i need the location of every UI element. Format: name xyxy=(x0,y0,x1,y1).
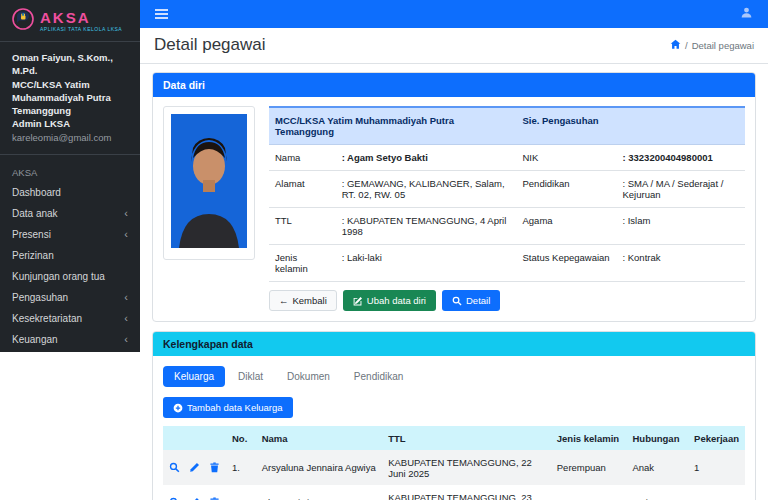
logo-title: AKSA xyxy=(40,10,122,25)
chevron-left-icon: ‹ xyxy=(124,229,128,240)
chevron-left-icon: ‹ xyxy=(124,208,128,219)
sidebar-item-sarpras[interactable]: Sarpras ‹ xyxy=(0,350,140,352)
employee-photo xyxy=(171,114,247,248)
hamburger-menu-icon[interactable] xyxy=(155,9,168,19)
sidebar-menu: AKSA Dashboard Data anak ‹ Presensi ‹ Pe… xyxy=(0,155,140,352)
data-diri-row: TTL : KABUPATEN TEMANGGUNG, 4 April 1998… xyxy=(269,208,745,245)
table-row: 1. Arsyaluna Jennaira Agwiya KABUPATEN T… xyxy=(163,450,745,485)
search-icon xyxy=(452,296,462,306)
data-diri-row: Jenis kelamin : Laki-laki Status Kepegaw… xyxy=(269,245,745,282)
actions-column-header xyxy=(163,426,226,450)
data-diri-row: Alamat : GEMAWANG, KALIBANGER, Salam, RT… xyxy=(269,171,745,208)
org-header: MCC/LKSA Yatim Muhammadiyah Putra Temang… xyxy=(269,107,517,145)
section-header: Sie. Pengasuhan xyxy=(517,107,746,145)
arrow-left-icon: ← xyxy=(279,295,289,306)
menu-section-label: AKSA xyxy=(0,159,140,182)
user-account-icon[interactable] xyxy=(740,5,753,23)
brand[interactable]: AKSA APLIKASI TATA KELOLA LKSA xyxy=(0,0,140,42)
chevron-left-icon: ‹ xyxy=(124,292,128,303)
home-icon[interactable] xyxy=(670,39,681,52)
tab-pendidikan[interactable]: Pendidikan xyxy=(343,366,414,387)
data-diri-card: Data diri xyxy=(152,72,756,322)
sidebar-user-info: Oman Faiyun, S.Kom., M.Pd. MCC/LKSA Yati… xyxy=(0,42,140,155)
main-area: Detail pegawai / Detail pegawai Data dir… xyxy=(140,0,768,500)
breadcrumb: / Detail pegawai xyxy=(670,39,754,52)
sidebar-item-perizinan[interactable]: Perizinan xyxy=(0,245,140,266)
plus-circle-icon xyxy=(173,403,183,413)
detail-button[interactable]: Detail xyxy=(442,290,500,311)
kelengkapan-card-title: Kelengkapan data xyxy=(153,332,755,356)
sidebar: AKSA APLIKASI TATA KELOLA LKSA Oman Faiy… xyxy=(0,0,140,352)
edit-icon[interactable] xyxy=(189,462,200,473)
pencil-square-icon xyxy=(353,296,363,306)
chevron-left-icon: ‹ xyxy=(124,313,128,324)
employee-photo-frame xyxy=(163,106,255,260)
user-name: Oman Faiyun, S.Kom., M.Pd. xyxy=(12,51,128,78)
sidebar-item-keuangan[interactable]: Keuangan ‹ xyxy=(0,329,140,350)
sidebar-item-presensi[interactable]: Presensi ‹ xyxy=(0,224,140,245)
top-navbar xyxy=(140,0,768,28)
page-header: Detail pegawai / Detail pegawai xyxy=(140,28,768,64)
aksa-logo-icon xyxy=(12,8,34,34)
kelengkapan-tabs: Keluarga Diklat Dokumen Pendidikan xyxy=(153,356,755,389)
sidebar-item-data-anak[interactable]: Data anak ‹ xyxy=(0,203,140,224)
keluarga-table: No. Nama TTL Jenis kelamin Hubungan Peke… xyxy=(163,426,745,500)
edit-data-diri-button[interactable]: Ubah data diri xyxy=(343,290,436,311)
chevron-left-icon: ‹ xyxy=(124,334,128,345)
data-diri-table: MCC/LKSA Yatim Muhammadiyah Putra Temang… xyxy=(269,106,745,282)
user-email: kareleomia@gmail.com xyxy=(12,131,128,144)
kelengkapan-data-card: Kelengkapan data Keluarga Diklat Dokumen… xyxy=(152,331,756,500)
add-keluarga-button[interactable]: Tambah data Keluarga xyxy=(163,397,293,418)
tab-keluarga[interactable]: Keluarga xyxy=(163,366,225,387)
data-diri-card-title: Data diri xyxy=(153,73,755,97)
breadcrumb-current: Detail pegawai xyxy=(692,40,754,51)
view-icon[interactable] xyxy=(169,462,180,473)
table-row: 2. Eka Pratiwi KABUPATEN TEMANGGUNG, 23 … xyxy=(163,485,745,500)
logo-subtitle: APLIKASI TATA KELOLA LKSA xyxy=(40,26,122,32)
sidebar-item-kunjungan-orang-tua[interactable]: Kunjungan orang tua xyxy=(0,266,140,287)
user-role: Admin LKSA xyxy=(12,117,128,130)
back-button[interactable]: ← Kembali xyxy=(269,290,337,311)
user-organization: MCC/LKSA Yatim Muhammadiyah Putra Temang… xyxy=(12,78,128,118)
tab-diklat[interactable]: Diklat xyxy=(227,366,274,387)
sidebar-item-kesekretariatan[interactable]: Kesekretariatan ‹ xyxy=(0,308,140,329)
content: Data diri xyxy=(140,64,768,500)
page-title: Detail pegawai xyxy=(154,35,266,55)
sidebar-item-pengasuhan[interactable]: Pengasuhan ‹ xyxy=(0,287,140,308)
sidebar-item-dashboard[interactable]: Dashboard xyxy=(0,182,140,203)
data-diri-row: Nama : Agam Setyo Bakti NIK : 3323200404… xyxy=(269,145,745,171)
breadcrumb-separator: / xyxy=(685,40,688,51)
tab-dokumen[interactable]: Dokumen xyxy=(276,366,341,387)
delete-icon[interactable] xyxy=(209,462,220,473)
